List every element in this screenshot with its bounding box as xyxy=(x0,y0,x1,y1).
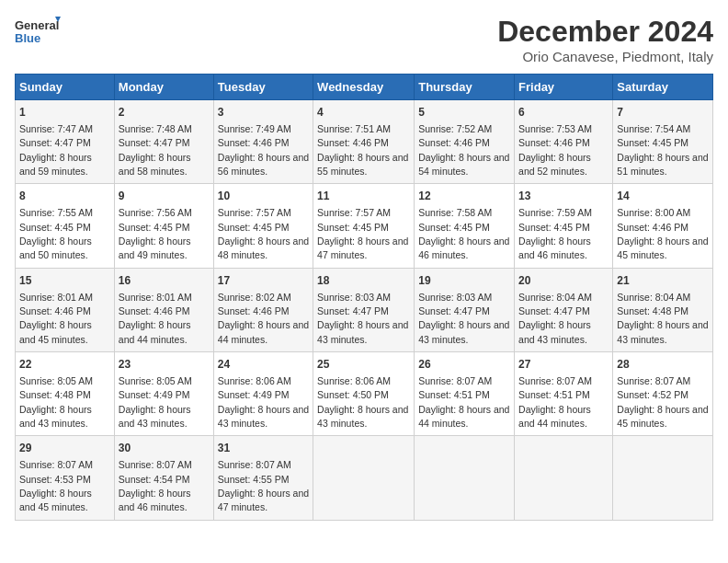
calendar-cell: 9Sunrise: 7:56 AMSunset: 4:45 PMDaylight… xyxy=(114,184,213,268)
svg-text:General: General xyxy=(15,18,59,32)
week-row-5: 29Sunrise: 8:07 AMSunset: 4:53 PMDayligh… xyxy=(16,436,713,520)
calendar-cell xyxy=(313,436,415,520)
calendar-cell: 16Sunrise: 8:01 AMSunset: 4:46 PMDayligh… xyxy=(114,268,213,351)
header-row: SundayMondayTuesdayWednesdayThursdayFrid… xyxy=(16,75,713,100)
cell-content: Sunrise: 7:57 AMSunset: 4:45 PMDaylight:… xyxy=(218,207,309,260)
day-number: 1 xyxy=(19,105,110,121)
cell-content: Sunrise: 7:53 AMSunset: 4:46 PMDaylight:… xyxy=(518,123,592,177)
cell-content: Sunrise: 8:07 AMSunset: 4:51 PMDaylight:… xyxy=(518,375,592,429)
calendar-cell: 1Sunrise: 7:47 AMSunset: 4:47 PMDaylight… xyxy=(16,100,115,184)
cell-content: Sunrise: 7:55 AMSunset: 4:45 PMDaylight:… xyxy=(19,207,93,260)
calendar-cell: 26Sunrise: 8:07 AMSunset: 4:51 PMDayligh… xyxy=(415,352,515,436)
cell-content: Sunrise: 7:57 AMSunset: 4:45 PMDaylight:… xyxy=(317,207,408,260)
day-number: 2 xyxy=(119,105,210,121)
calendar-cell: 6Sunrise: 7:53 AMSunset: 4:46 PMDaylight… xyxy=(515,100,613,184)
calendar-cell: 13Sunrise: 7:59 AMSunset: 4:45 PMDayligh… xyxy=(515,184,613,268)
cell-content: Sunrise: 7:58 AMSunset: 4:45 PMDaylight:… xyxy=(418,207,509,260)
column-header-friday: Friday xyxy=(515,75,613,100)
calendar-cell: 31Sunrise: 8:07 AMSunset: 4:55 PMDayligh… xyxy=(213,436,313,520)
day-number: 16 xyxy=(119,273,210,289)
cell-content: Sunrise: 8:06 AMSunset: 4:49 PMDaylight:… xyxy=(218,375,309,429)
svg-text:Blue: Blue xyxy=(15,31,40,45)
calendar-cell: 5Sunrise: 7:52 AMSunset: 4:46 PMDaylight… xyxy=(415,100,515,184)
cell-content: Sunrise: 7:54 AMSunset: 4:45 PMDaylight:… xyxy=(617,123,708,177)
calendar-cell: 10Sunrise: 7:57 AMSunset: 4:45 PMDayligh… xyxy=(213,184,313,268)
cell-content: Sunrise: 7:49 AMSunset: 4:46 PMDaylight:… xyxy=(218,123,309,177)
cell-content: Sunrise: 8:07 AMSunset: 4:55 PMDaylight:… xyxy=(218,459,309,512)
day-number: 3 xyxy=(218,105,309,121)
column-header-monday: Monday xyxy=(114,75,213,100)
logo-svg: General Blue xyxy=(15,15,61,52)
day-number: 13 xyxy=(518,189,609,204)
calendar-cell: 25Sunrise: 8:06 AMSunset: 4:50 PMDayligh… xyxy=(313,352,415,436)
calendar-cell: 4Sunrise: 7:51 AMSunset: 4:46 PMDaylight… xyxy=(313,100,415,184)
day-number: 26 xyxy=(418,357,510,373)
calendar-cell: 24Sunrise: 8:06 AMSunset: 4:49 PMDayligh… xyxy=(213,352,313,436)
calendar-cell: 15Sunrise: 8:01 AMSunset: 4:46 PMDayligh… xyxy=(16,268,115,351)
calendar-cell: 20Sunrise: 8:04 AMSunset: 4:47 PMDayligh… xyxy=(515,268,613,351)
calendar-cell: 28Sunrise: 8:07 AMSunset: 4:52 PMDayligh… xyxy=(613,352,713,436)
cell-content: Sunrise: 8:07 AMSunset: 4:52 PMDaylight:… xyxy=(617,375,708,429)
cell-content: Sunrise: 7:56 AMSunset: 4:45 PMDaylight:… xyxy=(119,207,192,260)
cell-content: Sunrise: 8:00 AMSunset: 4:46 PMDaylight:… xyxy=(617,207,708,260)
header: General Blue December 2024 Orio Canavese… xyxy=(15,15,713,64)
day-number: 9 xyxy=(119,189,210,204)
calendar-cell: 2Sunrise: 7:48 AMSunset: 4:47 PMDaylight… xyxy=(114,100,213,184)
calendar-cell: 17Sunrise: 8:02 AMSunset: 4:46 PMDayligh… xyxy=(213,268,313,351)
day-number: 7 xyxy=(617,105,709,121)
day-number: 23 xyxy=(119,357,210,373)
day-number: 19 xyxy=(418,273,510,289)
calendar-cell: 23Sunrise: 8:05 AMSunset: 4:49 PMDayligh… xyxy=(114,352,213,436)
cell-content: Sunrise: 8:07 AMSunset: 4:54 PMDaylight:… xyxy=(119,459,192,512)
calendar-cell: 30Sunrise: 8:07 AMSunset: 4:54 PMDayligh… xyxy=(114,436,213,520)
calendar-cell: 27Sunrise: 8:07 AMSunset: 4:51 PMDayligh… xyxy=(515,352,613,436)
week-row-4: 22Sunrise: 8:05 AMSunset: 4:48 PMDayligh… xyxy=(16,352,713,436)
cell-content: Sunrise: 8:04 AMSunset: 4:47 PMDaylight:… xyxy=(518,292,592,345)
column-header-sunday: Sunday xyxy=(16,75,115,100)
week-row-3: 15Sunrise: 8:01 AMSunset: 4:46 PMDayligh… xyxy=(16,268,713,351)
day-number: 8 xyxy=(19,189,110,204)
calendar-cell xyxy=(613,436,713,520)
day-number: 15 xyxy=(19,273,110,289)
cell-content: Sunrise: 8:04 AMSunset: 4:48 PMDaylight:… xyxy=(617,292,708,345)
cell-content: Sunrise: 8:05 AMSunset: 4:48 PMDaylight:… xyxy=(19,375,93,429)
day-number: 12 xyxy=(418,189,510,204)
cell-content: Sunrise: 8:07 AMSunset: 4:53 PMDaylight:… xyxy=(19,459,93,512)
calendar-cell: 29Sunrise: 8:07 AMSunset: 4:53 PMDayligh… xyxy=(16,436,115,520)
cell-content: Sunrise: 8:01 AMSunset: 4:46 PMDaylight:… xyxy=(19,292,93,345)
day-number: 10 xyxy=(218,189,309,204)
cell-content: Sunrise: 7:59 AMSunset: 4:45 PMDaylight:… xyxy=(518,207,592,260)
day-number: 21 xyxy=(617,273,709,289)
day-number: 18 xyxy=(317,273,410,289)
column-header-wednesday: Wednesday xyxy=(313,75,415,100)
cell-content: Sunrise: 7:47 AMSunset: 4:47 PMDaylight:… xyxy=(19,123,93,177)
cell-content: Sunrise: 8:01 AMSunset: 4:46 PMDaylight:… xyxy=(119,292,192,345)
cell-content: Sunrise: 8:02 AMSunset: 4:46 PMDaylight:… xyxy=(218,292,309,345)
day-number: 20 xyxy=(518,273,609,289)
calendar-cell: 12Sunrise: 7:58 AMSunset: 4:45 PMDayligh… xyxy=(415,184,515,268)
day-number: 11 xyxy=(317,189,410,204)
calendar-cell: 18Sunrise: 8:03 AMSunset: 4:47 PMDayligh… xyxy=(313,268,415,351)
day-number: 29 xyxy=(19,441,110,456)
day-number: 24 xyxy=(218,357,309,373)
column-header-saturday: Saturday xyxy=(613,75,713,100)
column-header-tuesday: Tuesday xyxy=(213,75,313,100)
day-number: 25 xyxy=(317,357,410,373)
day-number: 30 xyxy=(119,441,210,456)
logo: General Blue xyxy=(15,15,61,52)
calendar-table: SundayMondayTuesdayWednesdayThursdayFrid… xyxy=(15,74,713,521)
calendar-cell: 14Sunrise: 8:00 AMSunset: 4:46 PMDayligh… xyxy=(613,184,713,268)
cell-content: Sunrise: 8:03 AMSunset: 4:47 PMDaylight:… xyxy=(317,292,408,345)
page-subtitle: Orio Canavese, Piedmont, Italy xyxy=(497,49,713,64)
column-header-thursday: Thursday xyxy=(415,75,515,100)
cell-content: Sunrise: 8:05 AMSunset: 4:49 PMDaylight:… xyxy=(119,375,192,429)
calendar-cell: 21Sunrise: 8:04 AMSunset: 4:48 PMDayligh… xyxy=(613,268,713,351)
day-number: 17 xyxy=(218,273,309,289)
calendar-cell: 8Sunrise: 7:55 AMSunset: 4:45 PMDaylight… xyxy=(16,184,115,268)
day-number: 31 xyxy=(218,441,309,456)
day-number: 27 xyxy=(518,357,609,373)
title-area: December 2024 Orio Canavese, Piedmont, I… xyxy=(497,15,713,64)
calendar-cell xyxy=(415,436,515,520)
page-title: December 2024 xyxy=(497,15,713,49)
cell-content: Sunrise: 8:06 AMSunset: 4:50 PMDaylight:… xyxy=(317,375,408,429)
